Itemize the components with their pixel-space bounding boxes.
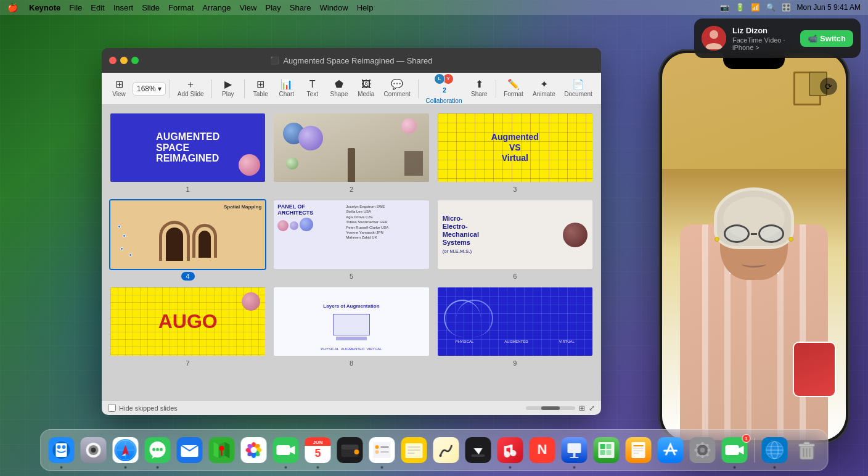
battery-icon[interactable]: 🔋 bbox=[735, 3, 745, 12]
slide-thumbnail-6[interactable]: Micro-Electro-MechanicalSystems(or M.E.M… bbox=[436, 199, 594, 270]
arrange-menu[interactable]: Arrange bbox=[202, 3, 231, 12]
zoom-button[interactable] bbox=[131, 57, 139, 64]
dock-icon-safari[interactable] bbox=[111, 435, 141, 465]
svg-rect-94 bbox=[708, 449, 711, 451]
hide-skipped-checkbox[interactable] bbox=[108, 404, 116, 412]
dock-icon-appletv[interactable] bbox=[464, 435, 493, 465]
svg-point-26 bbox=[219, 446, 224, 451]
zoom-value: 168% bbox=[137, 84, 156, 93]
dock-icon-appstore[interactable] bbox=[656, 435, 686, 465]
app-name-menu[interactable]: Keynote bbox=[29, 3, 60, 12]
scroll-track[interactable] bbox=[526, 406, 575, 410]
slides-panel[interactable]: AUGMENTEDSPACEREIMAGINED 1 bbox=[102, 105, 601, 400]
view-button[interactable]: ⊞ View bbox=[107, 77, 131, 100]
scroll-thumb[interactable] bbox=[541, 406, 560, 410]
camera-icon[interactable]: 📷 bbox=[720, 3, 729, 12]
slide-thumbnail-7[interactable]: AUGO bbox=[109, 286, 266, 357]
minimize-button[interactable] bbox=[120, 57, 128, 64]
list-item[interactable]: AUGMENTEDSPACEREIMAGINED 1 bbox=[109, 112, 266, 193]
list-item[interactable]: AugmentedVSVirtual 3 bbox=[436, 112, 594, 193]
apple-menu[interactable]: 🍎 bbox=[7, 2, 18, 12]
dock-icon-mail[interactable] bbox=[175, 435, 205, 465]
share-button[interactable]: ⬆ Share bbox=[467, 77, 491, 100]
grid-icon[interactable]: ⊞ bbox=[579, 404, 585, 412]
dock-icon-facetime2[interactable]: 1 bbox=[720, 435, 750, 465]
slide-thumbnail-9[interactable]: PHYSICALAUGMENTEDVIRTUAL bbox=[436, 286, 594, 357]
document-button[interactable]: 📄 Document bbox=[560, 77, 596, 100]
dock-icon-numbers[interactable] bbox=[592, 435, 621, 465]
facetime-banner: Liz Dizon FaceTime Video · iPhone > 📹 Sw… bbox=[694, 18, 861, 58]
dock-icon-notes[interactable] bbox=[399, 435, 429, 465]
dock-icon-maps[interactable] bbox=[207, 435, 237, 465]
clock: Mon Jun 5 9:41 AM bbox=[797, 3, 861, 12]
close-button[interactable] bbox=[109, 57, 117, 64]
search-icon[interactable]: 🔍 bbox=[766, 3, 776, 12]
slide-thumbnail-5[interactable]: PANEL OFARCHITECTS Jocelyn Engstrom SWE … bbox=[272, 199, 430, 270]
dock-icon-facetime[interactable] bbox=[271, 435, 301, 465]
slide-menu[interactable]: Slide bbox=[142, 3, 160, 12]
dock-icon-keynote[interactable] bbox=[560, 435, 589, 465]
add-slide-label: Add Slide bbox=[178, 91, 204, 97]
dock-icon-wallet[interactable] bbox=[335, 435, 365, 465]
text-button[interactable]: T Text bbox=[300, 77, 325, 100]
view-menu[interactable]: View bbox=[240, 3, 257, 12]
dock-icon-freeform[interactable] bbox=[432, 435, 461, 465]
window-menu[interactable]: Window bbox=[319, 3, 348, 12]
keynote-window: ⬛ Augmented Space Reimagined — Shared ⊞ … bbox=[102, 48, 601, 415]
dock-icon-news[interactable]: N bbox=[528, 435, 557, 465]
table-button[interactable]: ⊞ Table bbox=[248, 77, 273, 100]
dock-icon-finder[interactable] bbox=[47, 435, 76, 465]
list-item[interactable]: AUGO 7 bbox=[109, 286, 266, 367]
dock-icon-trash[interactable] bbox=[792, 435, 822, 465]
dock-icon-launchpad[interactable] bbox=[79, 435, 108, 465]
list-item[interactable]: Spatial Mapping bbox=[109, 199, 266, 280]
add-slide-button[interactable]: ＋ Add Slide bbox=[174, 77, 208, 100]
dock-icon-systemprefs[interactable] bbox=[688, 435, 718, 465]
comment-button[interactable]: 💬 Comment bbox=[380, 77, 414, 100]
facetime-video-view: ⟳ bbox=[662, 53, 846, 440]
fullscreen-icon[interactable]: ⤢ bbox=[589, 404, 595, 412]
dock-icon-music[interactable] bbox=[496, 435, 525, 465]
facetime-camera-flip[interactable]: ⟳ bbox=[820, 78, 837, 95]
shape-icon: ⬟ bbox=[335, 80, 343, 89]
dock-icon-messages[interactable] bbox=[143, 435, 173, 465]
shape-button[interactable]: ⬟ Shape bbox=[326, 77, 353, 100]
facetime-switch-button[interactable]: 📹 Switch bbox=[800, 30, 853, 47]
slide-thumbnail-8[interactable]: Layers of Augmentation PHYSICAL AUGMENTE… bbox=[272, 286, 430, 357]
list-item[interactable]: Micro-Electro-MechanicalSystems(or M.E.M… bbox=[436, 199, 594, 280]
file-menu[interactable]: File bbox=[69, 3, 82, 12]
format-menu[interactable]: Format bbox=[168, 3, 194, 12]
control-center-icon[interactable]: 🎛️ bbox=[782, 3, 791, 12]
collaboration-button[interactable]: L Y 2 Collaboration bbox=[422, 71, 465, 107]
wifi-icon[interactable]: 📶 bbox=[751, 3, 760, 12]
dock-icon-photos[interactable] bbox=[239, 435, 269, 465]
share-menu[interactable]: Share bbox=[290, 3, 311, 12]
dock-icon-calendar[interactable]: JUN 5 bbox=[303, 435, 333, 465]
slide-thumbnail-1[interactable]: AUGMENTEDSPACEREIMAGINED bbox=[109, 112, 266, 183]
edit-menu[interactable]: Edit bbox=[91, 3, 104, 12]
facetime-subtitle: FaceTime Video · iPhone > bbox=[732, 36, 794, 51]
chart-button[interactable]: 📊 Chart bbox=[274, 77, 299, 100]
media-button[interactable]: 🖼 Media bbox=[353, 77, 379, 100]
help-menu[interactable]: Help bbox=[357, 3, 374, 12]
insert-menu[interactable]: Insert bbox=[113, 3, 134, 12]
dock-icon-pages[interactable] bbox=[624, 435, 653, 465]
slide-thumbnail-3[interactable]: AugmentedVSVirtual bbox=[436, 112, 594, 183]
dock-dot-finder bbox=[60, 466, 63, 469]
animate-button[interactable]: ✦ Animate bbox=[529, 77, 560, 100]
dock-icon-reminders[interactable] bbox=[367, 435, 397, 465]
dock-icon-globe[interactable] bbox=[760, 435, 790, 465]
format-button[interactable]: ✏️ Format bbox=[499, 77, 527, 100]
list-item[interactable]: PANEL OFARCHITECTS Jocelyn Engstrom SWE … bbox=[272, 199, 430, 280]
slide-thumbnail-2[interactable] bbox=[272, 112, 430, 183]
zoom-control[interactable]: 168% ▾ bbox=[133, 82, 166, 96]
slide-thumbnail-4[interactable]: Spatial Mapping bbox=[109, 199, 266, 270]
list-item[interactable]: Layers of Augmentation PHYSICAL AUGMENTE… bbox=[272, 286, 430, 367]
svg-rect-63 bbox=[472, 454, 485, 457]
list-item[interactable]: PHYSICALAUGMENTEDVIRTUAL 9 bbox=[436, 286, 594, 367]
table-icon: ⊞ bbox=[256, 80, 264, 89]
list-item[interactable]: 2 bbox=[272, 112, 430, 193]
slide1-title: AUGMENTEDSPACEREIMAGINED bbox=[156, 131, 219, 164]
play-menu[interactable]: Play bbox=[265, 3, 280, 12]
play-button[interactable]: ▶ Play bbox=[216, 77, 240, 100]
